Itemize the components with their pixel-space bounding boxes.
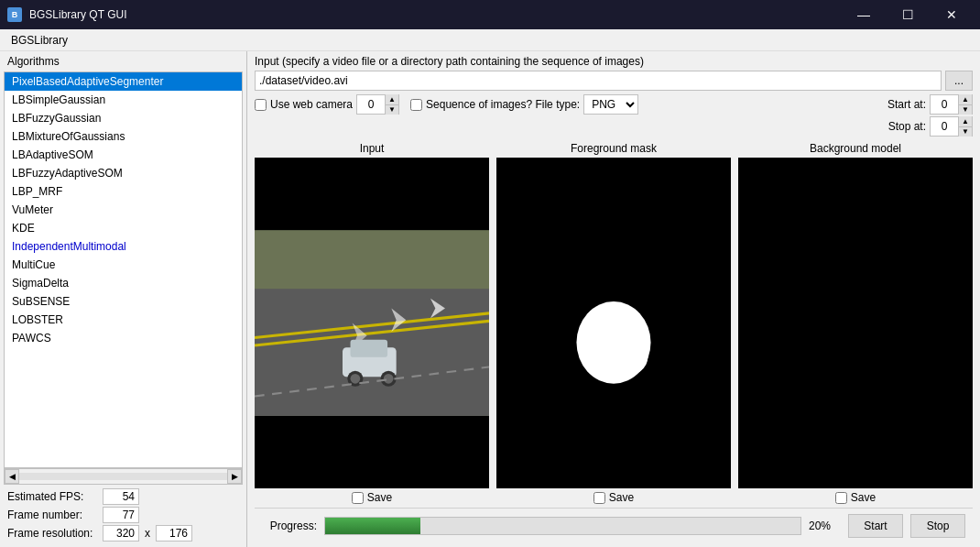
stop-at-row: Stop at: ▲ ▼ bbox=[888, 116, 973, 137]
start-at-spinbox-buttons: ▲ ▼ bbox=[958, 94, 972, 115]
background-canvas bbox=[738, 158, 973, 488]
background-save-label: Save bbox=[851, 491, 876, 504]
resolution-x-separator: x bbox=[143, 527, 152, 540]
maximize-button[interactable]: ☐ bbox=[887, 0, 929, 29]
list-item[interactable]: IndependentMultimodal bbox=[5, 237, 242, 256]
frame-number-row: Frame number: 77 bbox=[7, 507, 239, 523]
start-at-label: Start at: bbox=[887, 98, 926, 111]
progress-track bbox=[324, 517, 801, 535]
horizontal-scrollbar[interactable]: ◀ ▶ bbox=[4, 468, 243, 485]
stop-at-spinbox[interactable]: ▲ ▼ bbox=[930, 116, 973, 137]
svg-point-10 bbox=[351, 374, 361, 384]
webcam-spin-down[interactable]: ▼ bbox=[386, 105, 398, 115]
frame-number-label: Frame number: bbox=[7, 509, 99, 521]
algorithm-list: PixelBasedAdaptiveSegmenter LBSimpleGaus… bbox=[5, 72, 242, 467]
list-item[interactable]: LOBSTER bbox=[5, 311, 242, 329]
stop-at-label: Stop at: bbox=[888, 120, 926, 133]
background-save-row: Save bbox=[835, 491, 876, 504]
webcam-spinbox-buttons: ▲ ▼ bbox=[385, 94, 398, 115]
image-panels: Input bbox=[255, 142, 973, 504]
foreground-panel-title: Foreground mask bbox=[571, 142, 657, 155]
path-input[interactable] bbox=[255, 71, 942, 91]
titlebar-title: BGSLibrary QT GUI bbox=[29, 8, 126, 21]
webcam-spin-up[interactable]: ▲ bbox=[386, 94, 398, 105]
input-image bbox=[255, 158, 489, 488]
browse-button[interactable]: ... bbox=[945, 71, 973, 91]
stop-at-spin-down[interactable]: ▼ bbox=[959, 127, 972, 137]
svg-rect-8 bbox=[351, 340, 388, 357]
right-panel: Input (specify a video file or a directo… bbox=[247, 51, 980, 547]
frame-number-value: 77 bbox=[103, 507, 139, 523]
list-item[interactable]: LBFuzzyAdaptiveSOM bbox=[5, 164, 242, 182]
list-item[interactable]: SuBSENSE bbox=[5, 292, 242, 311]
fps-value: 54 bbox=[103, 488, 139, 505]
main-layout: Algorithms PixelBasedAdaptiveSegmenter L… bbox=[0, 51, 980, 547]
background-panel: Background model Save bbox=[738, 142, 973, 504]
list-item[interactable]: LBSimpleGaussian bbox=[5, 91, 242, 109]
progress-label: Progress: bbox=[262, 520, 317, 532]
background-panel-title: Background model bbox=[810, 142, 901, 155]
webcam-spinbox[interactable]: ▲ ▼ bbox=[356, 94, 399, 115]
sequence-group: Sequence of images? File type: PNG JPG B… bbox=[410, 94, 638, 115]
list-item[interactable]: LBP_MRF bbox=[5, 182, 242, 201]
input-canvas bbox=[255, 158, 489, 488]
start-button[interactable]: Start bbox=[848, 514, 903, 538]
start-at-row: Start at: ▲ ▼ bbox=[887, 94, 973, 115]
progress-fill bbox=[325, 518, 420, 534]
input-save-checkbox[interactable] bbox=[352, 492, 364, 504]
titlebar: B BGSLibrary QT GUI — ☐ ✕ bbox=[0, 0, 980, 29]
list-item[interactable]: LBFuzzyGaussian bbox=[5, 109, 242, 127]
minimize-button[interactable]: — bbox=[843, 0, 885, 29]
startstop-controls: Start at: ▲ ▼ Stop at: bbox=[887, 94, 973, 137]
list-item[interactable]: LBMixtureOfGaussians bbox=[5, 127, 242, 146]
menubar: BGSLibrary bbox=[0, 29, 980, 51]
foreground-save-checkbox[interactable] bbox=[593, 492, 605, 504]
stop-at-spin-up[interactable]: ▲ bbox=[959, 116, 972, 127]
filetype-select[interactable]: PNG JPG BMP bbox=[583, 94, 638, 115]
window-controls: — ☐ ✕ bbox=[843, 0, 973, 29]
list-item[interactable]: LBAdaptiveSOM bbox=[5, 146, 242, 164]
input-section: Input (specify a video file or a directo… bbox=[255, 55, 973, 137]
left-panel: Algorithms PixelBasedAdaptiveSegmenter L… bbox=[0, 51, 247, 547]
scroll-left-button[interactable]: ◀ bbox=[5, 469, 19, 484]
progress-percent: 20% bbox=[809, 520, 841, 532]
start-at-spinbox[interactable]: ▲ ▼ bbox=[930, 94, 973, 115]
list-item[interactable]: SigmaDelta bbox=[5, 274, 242, 292]
list-item[interactable]: MultiCue bbox=[5, 256, 242, 274]
input-save-row: Save bbox=[352, 491, 392, 504]
input-save-label: Save bbox=[367, 491, 392, 504]
close-button[interactable]: ✕ bbox=[931, 0, 973, 29]
list-item[interactable]: PixelBasedAdaptiveSegmenter bbox=[5, 72, 242, 91]
foreground-canvas bbox=[496, 158, 731, 488]
webcam-spinbox-input[interactable] bbox=[357, 95, 385, 114]
background-save-checkbox[interactable] bbox=[835, 492, 847, 504]
start-at-spin-down[interactable]: ▼ bbox=[959, 105, 972, 115]
svg-point-12 bbox=[384, 374, 394, 384]
frame-width-value: 320 bbox=[103, 525, 139, 542]
sequence-checkbox[interactable] bbox=[410, 99, 422, 111]
scroll-right-button[interactable]: ▶ bbox=[227, 469, 242, 484]
options-row: Use web camera ▲ ▼ Sequence of images? bbox=[255, 94, 638, 115]
foreground-save-label: Save bbox=[609, 491, 634, 504]
start-at-input[interactable] bbox=[931, 95, 958, 114]
webcam-group: Use web camera ▲ ▼ bbox=[255, 94, 399, 115]
start-at-spin-up[interactable]: ▲ bbox=[959, 94, 972, 105]
webcam-checkbox[interactable] bbox=[255, 99, 267, 111]
list-item[interactable]: VuMeter bbox=[5, 201, 242, 219]
stop-button[interactable]: Stop bbox=[910, 514, 965, 538]
input-description-label: Input (specify a video file or a directo… bbox=[255, 55, 973, 68]
scroll-track[interactable] bbox=[19, 473, 227, 480]
frame-resolution-label: Frame resolution: bbox=[7, 527, 99, 540]
stop-at-spinbox-buttons: ▲ ▼ bbox=[958, 116, 972, 137]
menu-bgslibrary[interactable]: BGSLibrary bbox=[4, 32, 75, 49]
svg-point-17 bbox=[599, 338, 648, 377]
list-item[interactable]: KDE bbox=[5, 219, 242, 237]
list-item[interactable]: PAWCS bbox=[5, 329, 242, 347]
stop-at-input[interactable] bbox=[931, 117, 958, 136]
algorithms-title: Algorithms bbox=[0, 51, 246, 71]
webcam-label: Use web camera bbox=[270, 98, 353, 111]
frame-height-value: 176 bbox=[156, 525, 192, 542]
frame-resolution-row: Frame resolution: 320 x 176 bbox=[7, 525, 239, 542]
foreground-image bbox=[496, 158, 731, 488]
fps-label: Estimated FPS: bbox=[7, 490, 99, 503]
